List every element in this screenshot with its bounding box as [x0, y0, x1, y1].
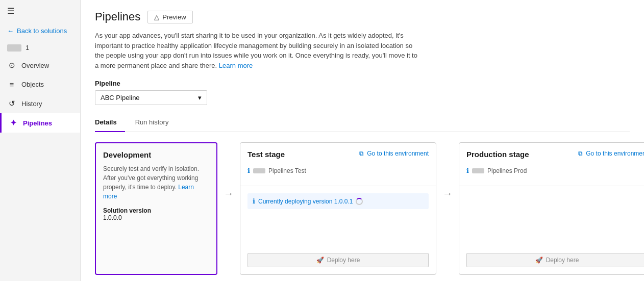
sidebar-item-pipelines[interactable]: ✦ Pipelines [0, 113, 80, 133]
production-stage-header: Production stage ⧉ Go to this environmen… [459, 143, 644, 186]
preview-icon: △ [154, 13, 159, 21]
development-stage-card: Development Securely test and verify in … [95, 142, 217, 275]
solution-version-value: 1.0.0.0 [103, 214, 209, 221]
test-stage-title: Test stage [247, 150, 285, 159]
main-content: Pipelines △ Preview As your app advances… [81, 0, 644, 281]
preview-label: Preview [162, 13, 186, 21]
overview-icon: ⊙ [7, 61, 16, 70]
deploy-info-icon: ℹ [253, 197, 255, 205]
page-title: Pipelines [95, 10, 140, 23]
user-avatar [7, 44, 21, 52]
production-deploy-btn-row: 🚀 Deploy here [466, 249, 644, 267]
production-env-name: Pipelines Prod [487, 167, 527, 174]
test-go-to-env-label: Go to this environment [367, 150, 429, 157]
production-deploy-button[interactable]: 🚀 Deploy here [466, 253, 644, 267]
arrow-dev-to-test: → [217, 188, 240, 199]
development-stage-title: Development [103, 150, 209, 159]
back-label: Back to solutions [17, 27, 67, 35]
tab-run-history[interactable]: Run history [135, 114, 177, 132]
objects-icon: ≡ [7, 80, 16, 89]
pipeline-selected-value: ABC Pipeline [101, 94, 140, 101]
sidebar-item-label-history: History [21, 100, 42, 108]
page-header: Pipelines △ Preview [95, 10, 630, 23]
history-icon: ↺ [7, 99, 16, 108]
page-description: As your app advances, you'll start shari… [95, 31, 422, 70]
test-info-icon: ℹ [247, 167, 250, 174]
solution-version-label: Solution version [103, 207, 209, 214]
description-learn-more-link[interactable]: Learn more [219, 62, 253, 69]
arrow-icon-2: → [442, 188, 453, 199]
test-go-to-environment[interactable]: ⧉ Go to this environment [359, 150, 429, 157]
production-stage-title: Production stage [466, 150, 529, 159]
sidebar-item-label-overview: Overview [21, 62, 49, 69]
test-stage-card: Test stage ⧉ Go to this environment ℹ Pi… [240, 142, 436, 275]
production-go-to-env-label: Go to this environment [586, 150, 644, 157]
sidebar: ☰ ← Back to solutions 1 ⊙ Overview ≡ Obj… [0, 0, 81, 281]
production-deploy-icon: 🚀 [535, 257, 543, 264]
tab-details[interactable]: Details [95, 114, 125, 132]
production-go-to-environment[interactable]: ⧉ Go to this environment [578, 150, 644, 157]
production-stage-header-row: Production stage ⧉ Go to this environmen… [466, 150, 644, 164]
test-env-row: ℹ Pipelines Test [247, 167, 429, 174]
tabs-bar: Details Run history [95, 114, 630, 132]
production-env-row: ℹ Pipelines Prod [466, 167, 644, 174]
pipelines-icon: ✦ [9, 118, 18, 127]
arrow-icon: → [224, 188, 234, 199]
external-link-icon: ⧉ [359, 150, 364, 157]
deploy-icon: 🚀 [316, 257, 324, 264]
preview-button[interactable]: △ Preview [147, 11, 192, 23]
deploying-status-row: ℹ Currently deploying version 1.0.0.1 [247, 193, 429, 209]
pipeline-label: Pipeline [95, 80, 630, 87]
test-deploy-label: Deploy here [327, 257, 360, 264]
arrow-test-to-prod: → [436, 188, 459, 199]
test-env-avatar [253, 168, 265, 173]
production-info-icon: ℹ [466, 167, 469, 174]
development-stage-description: Securely test and verify in isolation. A… [103, 164, 209, 201]
deploy-spinner [356, 198, 363, 205]
pipeline-dropdown[interactable]: ABC Pipeline ▾ [95, 90, 207, 105]
production-stage-body: 🚀 Deploy here [459, 186, 644, 274]
stages-container: Development Securely test and verify in … [95, 142, 630, 275]
sidebar-item-label-pipelines: Pipelines [23, 119, 52, 127]
hamburger-menu[interactable]: ☰ [0, 0, 80, 22]
back-to-solutions[interactable]: ← Back to solutions [0, 22, 80, 40]
sidebar-item-overview[interactable]: ⊙ Overview [0, 56, 80, 75]
production-deploy-label: Deploy here [546, 257, 579, 264]
chevron-down-icon: ▾ [198, 94, 202, 101]
test-deploy-button[interactable]: 🚀 Deploy here [247, 253, 429, 267]
production-env-avatar [472, 168, 484, 173]
production-stage-card: Production stage ⧉ Go to this environmen… [459, 142, 644, 275]
user-row: 1 [0, 40, 80, 56]
sidebar-item-objects[interactable]: ≡ Objects [0, 75, 80, 94]
external-link-icon-prod: ⧉ [578, 150, 583, 157]
test-stage-body: ℹ Currently deploying version 1.0.0.1 🚀 … [240, 186, 436, 274]
test-deploy-btn-row: 🚀 Deploy here [247, 249, 429, 267]
test-env-name: Pipelines Test [268, 167, 306, 174]
back-icon: ← [7, 27, 14, 35]
test-stage-header-row: Test stage ⧉ Go to this environment [247, 150, 429, 164]
user-number: 1 [26, 44, 29, 52]
description-text: As your app advances, you'll start shari… [95, 32, 417, 69]
sidebar-item-label-objects: Objects [21, 81, 44, 88]
sidebar-item-history[interactable]: ↺ History [0, 94, 80, 113]
deploying-label: Currently deploying version 1.0.0.1 [258, 198, 353, 205]
test-stage-header: Test stage ⧉ Go to this environment ℹ Pi… [240, 143, 436, 186]
